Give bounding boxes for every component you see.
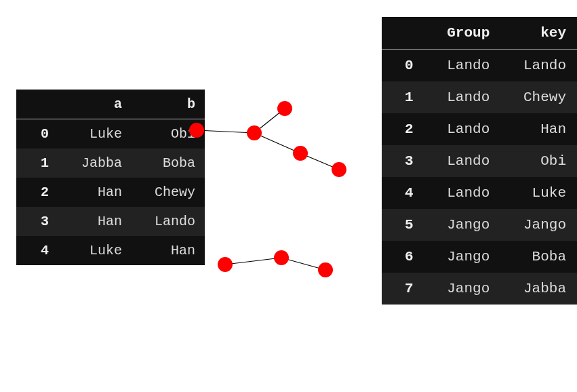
graph-edge (197, 130, 254, 133)
graph-node (218, 257, 233, 272)
table-header-row: Group key (382, 17, 577, 50)
table-row: 0 Lando Lando (382, 50, 577, 82)
graph-edge (225, 258, 281, 264)
graph-node (318, 262, 333, 277)
graph-node (293, 146, 308, 161)
table-row: 6 Jango Boba (382, 241, 577, 273)
graph-edge (254, 133, 300, 153)
col-a-header: a (58, 90, 132, 119)
table-row: 4 Lando Luke (382, 177, 577, 209)
graph-node (277, 101, 292, 116)
graph-node (189, 123, 204, 138)
col-key-header: key (500, 17, 577, 50)
table-row: 1 Lando Chewy (382, 81, 577, 113)
table-row: 2 Lando Han (382, 113, 577, 145)
graph-node (247, 125, 262, 140)
graph-plot (176, 88, 366, 305)
col-group-header: Group (424, 17, 501, 50)
table-row: 3 Lando Obi (382, 145, 577, 177)
groups-table: Group key 0 Lando Lando 1 Lando Chewy 2 … (382, 17, 577, 305)
graph-node (332, 162, 346, 177)
graph-node (274, 250, 289, 265)
table-row: 7 Jango Jabba (382, 273, 577, 305)
table-row: 5 Jango Jango (382, 209, 577, 241)
